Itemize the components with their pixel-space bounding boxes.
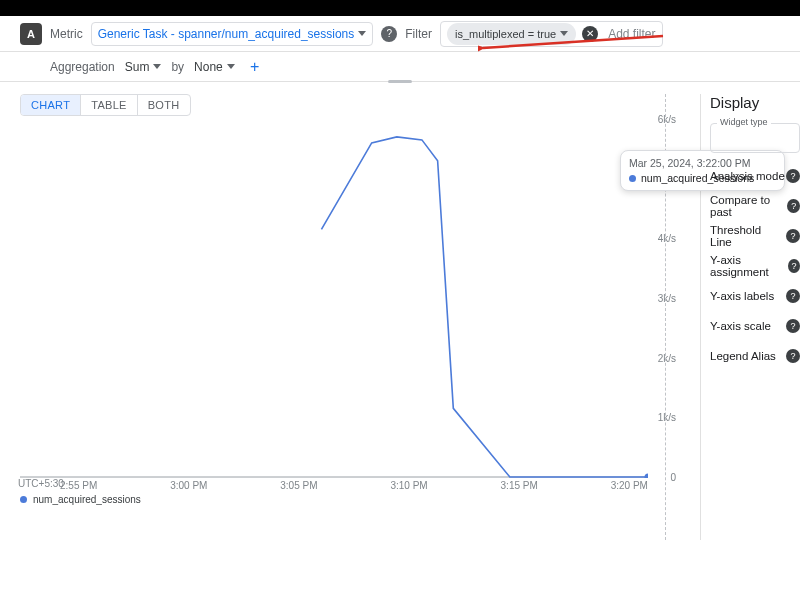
chart-canvas[interactable]: 01k/s2k/s3k/s4k/s5k/s6k/s [20, 118, 648, 478]
legend[interactable]: num_acquired_sessions [20, 494, 141, 505]
help-icon: ? [788, 259, 800, 273]
y-axis-labels-row[interactable]: Y-axis labels? [710, 281, 800, 311]
widget-type-field[interactable]: Widget type [710, 123, 800, 153]
x-axis-row: 2:55 PM3:00 PM3:05 PM3:10 PM3:15 PM3:20 … [20, 480, 648, 491]
display-title: Display [710, 94, 800, 111]
legend-alias-row[interactable]: Legend Alias? [710, 341, 800, 371]
row-label: Threshold Line [710, 224, 786, 248]
analysis-mode-row[interactable]: Analysis mode? [710, 161, 800, 191]
help-icon: ? [786, 319, 800, 333]
view-tabs: CHART TABLE BOTH [20, 94, 191, 116]
by-label: by [171, 60, 184, 74]
tab-chart[interactable]: CHART [21, 95, 80, 115]
tab-table[interactable]: TABLE [80, 95, 137, 115]
help-icon: ? [786, 349, 800, 363]
compare-to-past-row[interactable]: Compare to past? [710, 191, 800, 221]
aggregation-by-select[interactable]: None [190, 56, 239, 78]
row-label: Analysis mode [710, 170, 785, 182]
tab-both[interactable]: BOTH [137, 95, 190, 115]
row-label: Y-axis scale [710, 320, 771, 332]
filter-label: Filter [405, 27, 432, 41]
query-bar: A Metric Generic Task - spanner/num_acqu… [0, 16, 800, 52]
filter-box: is_multiplexed = true ✕ Add filter [440, 21, 663, 47]
widget-type-label: Widget type [717, 117, 771, 127]
threshold-line-row[interactable]: Threshold Line? [710, 221, 800, 251]
metric-label: Metric [50, 27, 83, 41]
add-aggregation-button[interactable]: + [245, 57, 265, 77]
y-tick: 4k/s [658, 233, 676, 244]
aggregation-bar: Aggregation Sum by None + [0, 52, 800, 82]
aggregation-func-select[interactable]: Sum [121, 56, 166, 78]
row-label: Y-axis assignment [710, 254, 788, 278]
chevron-down-icon [153, 64, 161, 69]
y-tick: 1k/s [658, 412, 676, 423]
x-tick: 2:55 PM [60, 480, 97, 491]
x-tick: 3:20 PM [611, 480, 648, 491]
metric-help-icon[interactable]: ? [381, 26, 397, 42]
y-axis-assignment-row[interactable]: Y-axis assignment? [710, 251, 800, 281]
help-icon: ? [786, 289, 800, 303]
x-tick: 3:00 PM [170, 480, 207, 491]
y-tick: 0 [670, 472, 676, 483]
metric-value: Generic Task - spanner/num_acquired_sess… [98, 27, 355, 41]
window-top-strip [0, 0, 800, 16]
metric-select[interactable]: Generic Task - spanner/num_acquired_sess… [91, 22, 374, 46]
legend-series-label: num_acquired_sessions [33, 494, 141, 505]
filter-chip-text: is_multiplexed = true [455, 28, 556, 40]
add-filter-placeholder[interactable]: Add filter [604, 27, 655, 41]
row-label: Compare to past [710, 194, 787, 218]
line-chart-svg [20, 118, 648, 478]
page-root: { "query": { "letter": "A", "metric_labe… [0, 0, 800, 600]
x-tick: 3:15 PM [501, 480, 538, 491]
x-tick: 3:10 PM [390, 480, 427, 491]
legend-dot-icon [20, 496, 27, 503]
y-tick: 2k/s [658, 352, 676, 363]
display-panel: Display Widget type Analysis mode? Compa… [702, 94, 800, 371]
chevron-down-icon [227, 64, 235, 69]
row-label: Y-axis labels [710, 290, 774, 302]
y-tick: 3k/s [658, 293, 676, 304]
row-label: Legend Alias [710, 350, 776, 362]
aggregation-by-value: None [194, 60, 223, 74]
filter-remove-icon[interactable]: ✕ [582, 26, 598, 42]
drag-handle[interactable] [388, 80, 412, 83]
aggregation-label: Aggregation [50, 60, 115, 74]
query-letter-button[interactable]: A [20, 23, 42, 45]
y-tick: 6k/s [658, 114, 676, 125]
help-icon: ? [786, 169, 800, 183]
svg-point-2 [645, 474, 649, 479]
help-icon: ? [787, 199, 800, 213]
help-icon: ? [786, 229, 800, 243]
x-tick: 3:05 PM [280, 480, 317, 491]
legend-dot-icon [629, 175, 636, 182]
chevron-down-icon [560, 31, 568, 36]
y-axis-scale-row[interactable]: Y-axis scale? [710, 311, 800, 341]
aggregation-func-value: Sum [125, 60, 150, 74]
chevron-down-icon [358, 31, 366, 36]
filter-chip[interactable]: is_multiplexed = true [447, 23, 576, 45]
